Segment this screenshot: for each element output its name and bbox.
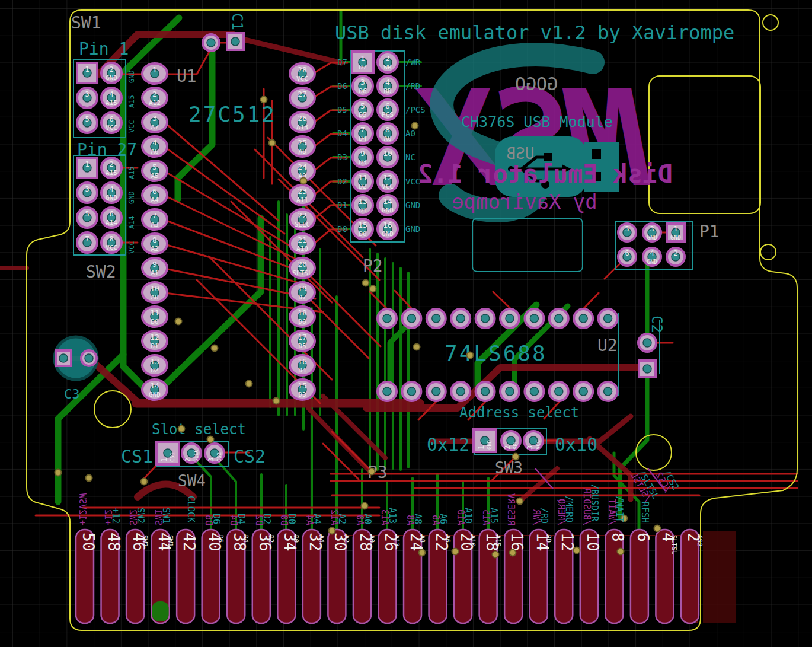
pad-sw1-1[interactable]: 1: [77, 63, 97, 83]
pad-u2-bot-2[interactable]: [402, 382, 421, 401]
pad-u2-bot-4[interactable]: [451, 382, 470, 401]
edge-pad-50[interactable]: 50: [76, 530, 97, 623]
pad-sw2-4[interactable]: 4GND: [101, 183, 122, 203]
pad-p2-2[interactable]: 2WR: [378, 52, 398, 72]
pad-p2-7[interactable]: 7D4: [353, 123, 373, 144]
pad-u2-top-2[interactable]: [402, 309, 421, 328]
pad-p1-2[interactable]: 2: [667, 248, 685, 266]
pad-u1-8[interactable]: 8A2: [142, 234, 167, 254]
pad-u2-top-7[interactable]: [525, 309, 544, 328]
pad-u1-14[interactable]: 14GND: [142, 380, 167, 400]
pad-p2-1[interactable]: 1D7: [352, 52, 373, 73]
edge-pad-10[interactable]: 10: [580, 530, 602, 623]
pad-u1-11[interactable]: 11D0: [142, 307, 167, 327]
pad-u2-top-10[interactable]: [599, 309, 618, 328]
pad-u1-12[interactable]: 12D1: [142, 331, 167, 351]
pad-u1-10[interactable]: 10A0: [142, 282, 167, 302]
pad-u1-23[interactable]: 23A11: [290, 185, 315, 205]
pad-p1-1[interactable]: 1GND: [667, 224, 685, 241]
pad-p2-10[interactable]: 10: [378, 147, 398, 167]
sw4-switch[interactable]: 1CS12SELC3CS2: [156, 442, 224, 464]
pad-u1-26[interactable]: 26A13: [290, 112, 315, 132]
pad-sw1-4[interactable]: 4A15: [101, 88, 122, 108]
pad-u1-2[interactable]: 2A12: [142, 88, 167, 108]
edge-connector[interactable]: 504846SW244SW14240D638D436D234D032A430A2…: [76, 530, 704, 623]
pad-sw1-3[interactable]: 3: [77, 88, 97, 108]
pad-u1-13[interactable]: 13D2: [142, 355, 167, 375]
edge-pad-48[interactable]: 48: [101, 530, 123, 623]
pad-p2-9[interactable]: 9D3: [353, 147, 373, 167]
pad-sw4-1[interactable]: 1CS1: [156, 442, 179, 464]
pad-u1-15[interactable]: 15D3: [290, 380, 315, 400]
pad-u1-18[interactable]: 18D6: [290, 307, 315, 327]
pad-sw3-2[interactable]: 2SEL: [501, 431, 520, 450]
pad-u2-top-1[interactable]: [378, 309, 397, 328]
pcb-canvas[interactable]: MSX GOGO CH376S USB Module USB Disk Emul…: [0, 0, 812, 647]
pad-u1-22[interactable]: 22SELC: [290, 209, 315, 230]
pad-p2-12[interactable]: 12VCC: [378, 171, 398, 192]
pad-u1-6[interactable]: 6A4: [142, 185, 167, 205]
pad-u2-bot-3[interactable]: [427, 382, 446, 401]
pad-u1-7[interactable]: 7A3: [142, 209, 167, 230]
pad-c1-2[interactable]: [227, 33, 244, 50]
pad-u2-top-6[interactable]: [500, 309, 519, 328]
u1-ref[interactable]: U1: [177, 66, 197, 86]
pad-u1-20[interactable]: 20SLTSL: [290, 258, 315, 278]
pad-p2-8[interactable]: 8A0: [378, 123, 398, 144]
pad-sw2-8[interactable]: 8VCC: [101, 232, 122, 253]
pad-u1-3[interactable]: 3A7: [142, 112, 167, 132]
pad-sw4-3[interactable]: 3CS2: [205, 444, 224, 463]
pad-p1-3[interactable]: 3GND: [643, 224, 661, 241]
pad-sw2-7[interactable]: 7: [77, 232, 97, 253]
pad-c2-2[interactable]: [639, 361, 656, 377]
pad-sw1-6[interactable]: 6VCC: [101, 113, 122, 133]
pad-u2-bot-10[interactable]: [599, 382, 618, 401]
pad-u2-bot-6[interactable]: [500, 382, 519, 401]
pad-u1-17[interactable]: 17D5: [290, 331, 315, 351]
pad-u2-bot-8[interactable]: [549, 382, 568, 401]
pad-p1-6[interactable]: 6: [618, 248, 636, 266]
sw1-ref[interactable]: SW1: [71, 13, 101, 33]
pad-sw2-1[interactable]: 1: [77, 158, 97, 178]
edge-pad-8[interactable]: 8: [605, 530, 626, 623]
pad-sw1-5[interactable]: 5: [77, 113, 97, 133]
pad-p2-4[interactable]: 4RD: [378, 76, 398, 96]
pad-u1-4[interactable]: 4A6: [142, 136, 167, 157]
sw4-ref[interactable]: SW4: [178, 472, 206, 490]
edge-pad-16[interactable]: 16: [504, 530, 526, 623]
sw3-ref[interactable]: SW3: [495, 459, 523, 477]
pad-p2-6[interactable]: 6PCS: [378, 100, 398, 120]
p1-ref[interactable]: P1: [699, 222, 720, 241]
pad-p2-15[interactable]: 15D0: [353, 219, 373, 239]
edge-pad-6[interactable]: 6: [631, 530, 652, 623]
edge-pad-12[interactable]: 12: [555, 530, 576, 623]
pad-u2-top-4[interactable]: [451, 309, 470, 328]
pad-p2-3[interactable]: 3D6: [353, 76, 373, 96]
pad-u1-1[interactable]: 1: [142, 63, 167, 84]
pad-u2-top-9[interactable]: [574, 309, 593, 328]
pad-c3-2[interactable]: [81, 350, 97, 366]
pad-p1-5[interactable]: 5: [618, 224, 636, 241]
pad-c2-1[interactable]: [638, 334, 656, 352]
sw2-ref[interactable]: SW2: [86, 262, 116, 282]
p2-ref[interactable]: P2: [363, 256, 383, 276]
pad-p2-16[interactable]: 16GND: [378, 219, 398, 239]
c1-ref[interactable]: C1: [229, 13, 245, 30]
pad-p2-13[interactable]: 13D1: [353, 195, 373, 215]
pad-u2-bot-5[interactable]: [476, 382, 495, 401]
pad-u1-27[interactable]: 27: [290, 88, 315, 108]
pad-u2-bot-7[interactable]: [525, 382, 544, 401]
pad-u2-top-8[interactable]: [549, 309, 568, 328]
pad-sw3-1[interactable]: 1GND: [474, 429, 496, 452]
pad-p1-4[interactable]: 4GND: [643, 248, 661, 266]
pad-u1-21[interactable]: 21A10: [290, 234, 315, 254]
pad-u2-top-5[interactable]: [476, 309, 495, 328]
pad-p2-5[interactable]: 5D5: [353, 100, 373, 120]
pad-u1-9[interactable]: 9A1: [142, 258, 167, 278]
c2-ref[interactable]: C2: [648, 315, 665, 333]
pad-sw2-3[interactable]: 3: [77, 183, 97, 203]
pad-u1-28[interactable]: 28VCC: [290, 63, 315, 84]
pad-u2-bot-9[interactable]: [574, 382, 593, 401]
pad-sw1-2[interactable]: 2GND: [101, 63, 122, 83]
pad-u1-25[interactable]: 25A8: [290, 136, 315, 157]
